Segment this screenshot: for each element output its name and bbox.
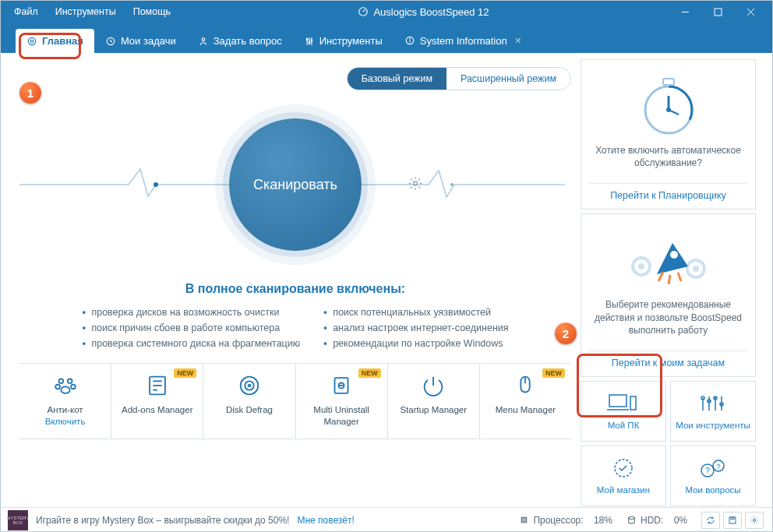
include-item: анализ настроек интернет-соединения <box>323 322 508 333</box>
tile-my-store[interactable]: Мой магазин <box>581 446 666 506</box>
right-panel: Хотите включить автоматическое обслужива… <box>576 53 773 507</box>
svg-rect-50 <box>609 395 627 407</box>
svg-point-22 <box>67 379 72 384</box>
tile-my-questions[interactable]: ?? Мои вопросы <box>670 446 756 506</box>
new-badge: NEW <box>542 368 565 378</box>
svg-point-6 <box>30 40 34 43</box>
scan-button[interactable]: Сканировать <box>229 118 362 251</box>
menu-help[interactable]: Помощь <box>125 2 178 21</box>
tab-system-info[interactable]: System Information × <box>394 28 532 53</box>
mode-basic[interactable]: Базовый режим <box>348 68 447 90</box>
gear-icon <box>408 176 423 192</box>
pc-icon <box>607 392 640 417</box>
include-item: поиск причин сбоев в работе компьютера <box>82 322 300 333</box>
svg-point-5 <box>28 37 35 44</box>
callout-number-2: 2 <box>555 322 577 344</box>
link-scheduler[interactable]: Перейти к Планировщику <box>610 190 726 201</box>
include-item: проверка системного диска на фрагментаци… <box>82 338 300 349</box>
save-icon <box>728 516 737 525</box>
tab-tools[interactable]: Инструменты <box>293 29 394 53</box>
svg-text:?: ? <box>716 463 720 470</box>
sliders-icon <box>304 36 315 47</box>
new-badge: NEW <box>174 368 196 378</box>
tabbar: Главная Мои задачи Задать вопрос Инструм… <box>0 23 773 53</box>
tool-disk-defrag[interactable]: Disk Defrag <box>203 364 295 439</box>
tab-my-tasks[interactable]: Мои задачи <box>94 29 187 53</box>
statusbar: MYSTERY BOX Играйте в игру Mystery Box –… <box>0 507 773 532</box>
target-icon <box>26 36 37 47</box>
link-my-tasks[interactable]: Перейти к моим задачам <box>612 358 725 368</box>
svg-point-14 <box>311 39 312 41</box>
include-item: проверка дисков на возможность очистки <box>82 307 300 318</box>
svg-rect-69 <box>729 517 736 523</box>
svg-point-21 <box>58 379 63 384</box>
maximize-button[interactable] <box>701 0 734 23</box>
new-badge: NEW <box>358 368 381 378</box>
svg-point-23 <box>55 385 60 389</box>
defrag-icon <box>235 372 263 400</box>
store-icon <box>609 456 638 482</box>
app-title: Auslogics BoostSpeed 12 <box>178 6 669 18</box>
svg-text:?: ? <box>705 467 710 475</box>
tile-my-tools[interactable]: Мои инструменты <box>670 381 756 442</box>
rocket-illustration-icon <box>589 224 747 294</box>
minimize-button[interactable] <box>669 0 701 23</box>
mode-advanced[interactable]: Расширенный режим <box>447 68 570 90</box>
clock-icon <box>105 36 116 47</box>
close-button[interactable] <box>734 0 767 23</box>
includes-title: В полное сканирование включены: <box>19 282 571 296</box>
menu-file[interactable]: Файл <box>6 2 46 21</box>
tool-anticat[interactable]: Анти-котВключить <box>19 364 111 439</box>
svg-point-44 <box>666 107 671 112</box>
callout-number-1: 1 <box>19 82 41 104</box>
stopwatch-illustration-icon <box>589 69 747 139</box>
mystery-box-thumb[interactable]: MYSTERY BOX <box>8 510 28 530</box>
svg-rect-67 <box>523 519 525 521</box>
uninstall-icon <box>327 372 355 400</box>
svg-rect-2 <box>715 9 722 16</box>
info-icon <box>404 35 415 46</box>
cpu-stat: Процессор: 18% <box>519 515 612 526</box>
person-icon <box>198 36 209 47</box>
tab-ask-question[interactable]: Задать вопрос <box>187 29 293 53</box>
svg-point-68 <box>629 516 635 519</box>
sb-settings-button[interactable] <box>745 512 764 529</box>
svg-point-24 <box>71 385 76 389</box>
includes-list: проверка дисков на возможность очистки п… <box>19 307 571 349</box>
promo-link[interactable]: Мне повезёт! <box>297 515 354 526</box>
scan-area: Сканировать <box>19 95 571 274</box>
sb-refresh-button[interactable] <box>701 512 720 529</box>
tool-menu-manager[interactable]: NEW Menu Manager <box>480 364 571 439</box>
left-panel: Базовый режим Расширенный режим Сканиров… <box>0 53 576 507</box>
sb-save-button[interactable] <box>723 512 742 529</box>
tool-multi-uninstall[interactable]: NEW Multi Uninstall Manager <box>296 364 388 439</box>
power-icon <box>419 372 447 400</box>
title-menu: Файл Инструменты Помощь <box>6 2 178 21</box>
svg-point-46 <box>638 263 644 270</box>
hdd-icon <box>627 515 637 525</box>
tools-row: Анти-котВключить NEW Add-ons Manager Dis… <box>19 363 571 439</box>
menu-tools[interactable]: Инструменты <box>48 2 124 21</box>
svg-point-13 <box>309 41 310 43</box>
card-recommended: Выберите рекомендованные действия и позв… <box>581 213 756 377</box>
tool-startup-manager[interactable]: Startup Manager <box>388 364 480 439</box>
content: Базовый режим Расширенный режим Сканиров… <box>0 53 773 507</box>
tile-my-pc[interactable]: Мой ПК <box>581 381 666 442</box>
scan-settings-gear[interactable] <box>408 176 423 194</box>
refresh-icon <box>706 516 715 525</box>
svg-point-20 <box>414 181 418 185</box>
svg-point-17 <box>409 38 410 39</box>
svg-point-18 <box>154 182 158 187</box>
tool-addons-manager[interactable]: NEW Add-ons Manager <box>111 364 203 439</box>
close-tab-icon[interactable]: × <box>515 34 521 47</box>
svg-point-8 <box>202 37 205 41</box>
tab-main[interactable]: Главная <box>16 29 94 53</box>
addon-icon <box>143 372 171 400</box>
svg-rect-66 <box>522 517 528 523</box>
include-item: рекомендации по настройке Windows <box>323 338 508 349</box>
svg-point-25 <box>61 386 69 393</box>
right-tiles: Мой ПК Мои инструменты Мой магазин ?? Мо… <box>581 381 756 506</box>
paw-icon <box>51 372 79 400</box>
hdd-stat: HDD: 0% <box>627 515 687 526</box>
svg-point-32 <box>249 385 251 387</box>
